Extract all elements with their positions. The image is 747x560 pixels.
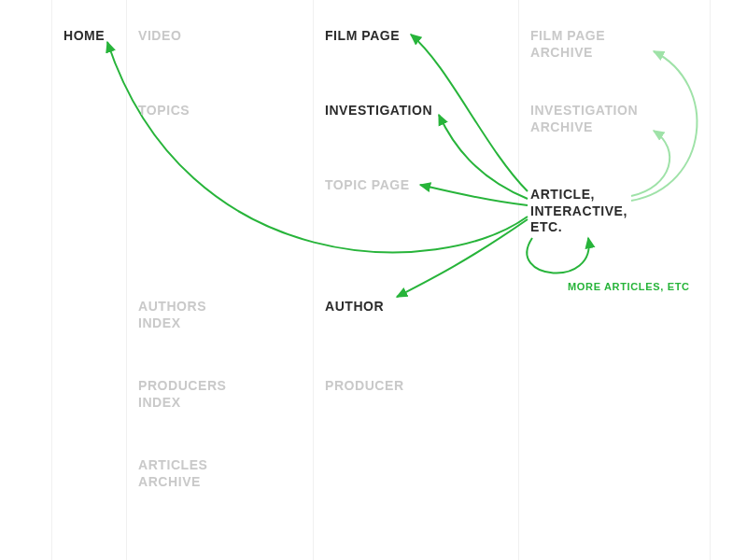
node-producer: PRODUCER — [325, 378, 404, 395]
label-more-articles: MORE ARTICLES, ETC — [568, 280, 690, 293]
node-film-page-archive: FILM PAGE ARCHIVE — [530, 28, 605, 61]
node-authors-index: AUTHORS INDEX — [138, 299, 206, 331]
column-guide — [126, 0, 127, 560]
arrow-article-to-film-archive — [631, 51, 697, 201]
node-film-page: FILM PAGE — [325, 28, 400, 45]
node-investigation-archive: INVESTIGATION ARCHIVE — [530, 103, 638, 135]
node-video: VIDEO — [138, 28, 181, 45]
column-guide — [710, 0, 711, 560]
node-home: HOME — [63, 28, 105, 45]
column-guide — [313, 0, 314, 560]
node-articles-archive: ARTICLES ARCHIVE — [138, 457, 207, 490]
node-investigation: INVESTIGATION — [325, 103, 432, 119]
node-article: ARTICLE, INTERACTIVE, ETC. — [530, 187, 627, 236]
arrow-article-to-author — [397, 219, 528, 297]
arrow-article-to-investigation — [439, 115, 528, 199]
node-author: AUTHOR — [325, 299, 384, 315]
node-producers-index: PRODUCERS INDEX — [138, 378, 227, 411]
node-topics: TOPICS — [138, 103, 190, 119]
column-guide — [518, 0, 519, 560]
arrow-article-to-home — [107, 42, 528, 252]
arrow-article-to-investigation-archive — [631, 131, 669, 196]
column-guide — [51, 0, 52, 560]
arrow-article-to-topic-page — [420, 185, 528, 205]
arrow-article-self-loop — [527, 238, 588, 273]
sitemap-diagram: HOME VIDEO TOPICS AUTHORS INDEX PRODUCER… — [0, 0, 747, 560]
node-topic-page: TOPIC PAGE — [325, 177, 410, 194]
